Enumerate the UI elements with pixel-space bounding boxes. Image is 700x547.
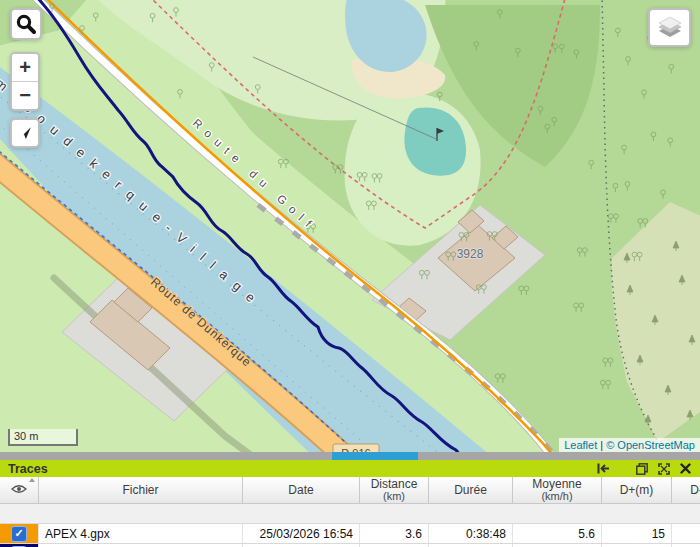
traces-panel-header: Traces xyxy=(0,460,700,477)
cell-file: APEX 4.gpx xyxy=(39,524,243,544)
layers-button[interactable] xyxy=(648,8,691,47)
trace-color-cell: ✓ xyxy=(0,524,39,544)
column-header-duration[interactable]: Durée xyxy=(429,477,513,504)
layers-icon xyxy=(656,15,684,41)
locate-button[interactable] xyxy=(10,118,40,148)
leaflet-link[interactable]: Leaflet xyxy=(564,439,597,451)
cell-distance: 3.7 xyxy=(360,544,429,547)
eye-icon xyxy=(11,484,27,494)
navigation-arrow-icon xyxy=(16,124,34,142)
column-header-dminus[interactable]: D-(m) xyxy=(672,477,700,504)
splitter-handle[interactable] xyxy=(332,452,418,460)
search-icon xyxy=(15,13,37,35)
zoom-control: + − xyxy=(10,52,40,111)
panel-title: Traces xyxy=(8,462,48,476)
cell-date: 25/03/2026 16:54 xyxy=(243,524,360,544)
cell-distance: 3.6 xyxy=(360,524,429,544)
cell-duration: 0:38:48 xyxy=(429,524,513,544)
column-header-distance[interactable]: Distance(km) xyxy=(360,477,429,504)
cell-date: 25/03/2026 16:54 xyxy=(243,544,360,547)
panel-splitter xyxy=(0,452,700,460)
zoom-in-button[interactable]: + xyxy=(12,54,38,82)
cell-avg: 5.6 xyxy=(513,524,602,544)
map-canvas[interactable]: Téteghem-Coudekerque-Village Route du Go… xyxy=(0,0,700,452)
cell-duration: 0:38:49 xyxy=(429,544,513,547)
visibility-checkbox[interactable]: ✓ xyxy=(11,526,27,542)
collapse-left-icon[interactable] xyxy=(597,462,610,475)
cell-avg: 5.7 xyxy=(513,544,602,547)
attribution: Leaflet | © OpenStreetMap xyxy=(559,438,700,452)
map-tiles: Téteghem-Coudekerque-Village Route du Go… xyxy=(0,0,700,452)
expand-icon[interactable] xyxy=(657,462,670,475)
column-header-dplus[interactable]: D+(m) xyxy=(602,477,672,504)
cell-dminus: 16 xyxy=(672,524,700,544)
search-button[interactable] xyxy=(10,8,42,40)
road-shield: D 916 xyxy=(333,444,379,452)
column-header-date[interactable]: Date xyxy=(243,477,360,504)
trace-row[interactable]: ✓APEX 4.gpx25/03/2026 16:543.60:38:485.6… xyxy=(0,524,700,544)
cell-dplus: 14 xyxy=(602,544,672,547)
popout-icon[interactable] xyxy=(635,462,648,475)
cell-dplus: 15 xyxy=(602,524,672,544)
osm-link[interactable]: © OpenStreetMap xyxy=(606,439,695,451)
building-number: 3928 xyxy=(457,247,484,261)
column-header-avg[interactable]: Moyenne(km/h) xyxy=(513,477,602,504)
trace-color-cell: ✓ xyxy=(0,544,39,547)
scale-bar: 30 m xyxy=(8,429,78,446)
traces-panel: Traces FichierDateDistance(km)DuréeMoyen… xyxy=(0,460,700,547)
traces-table: FichierDateDistance(km)DuréeMoyenne(km/h… xyxy=(0,477,700,547)
cell-file: VeRun.gpx xyxy=(39,544,243,547)
cell-dminus: 15 xyxy=(672,544,700,547)
gpx-viewer-app: Téteghem-Coudekerque-Village Route du Go… xyxy=(0,0,700,547)
close-icon[interactable] xyxy=(679,462,692,475)
trace-row[interactable]: ✓VeRun.gpx25/03/2026 16:543.70:38:495.71… xyxy=(0,544,700,547)
zoom-out-button[interactable]: − xyxy=(12,82,38,109)
column-header-visible[interactable] xyxy=(0,477,39,504)
column-header-file[interactable]: Fichier xyxy=(39,477,243,504)
